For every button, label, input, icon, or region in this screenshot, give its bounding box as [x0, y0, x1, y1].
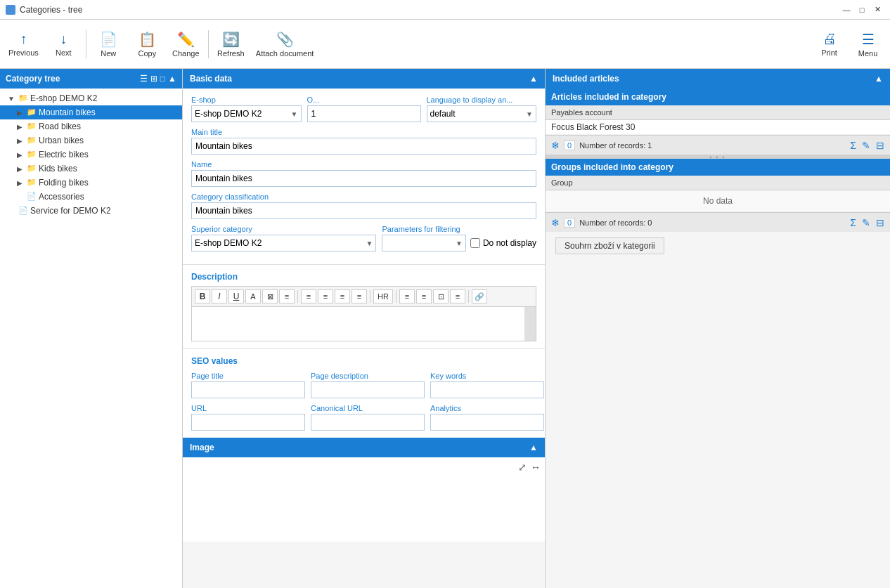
tree-expander-electric[interactable]: ▶ — [14, 149, 25, 160]
eshop-select[interactable]: E-shop DEMO K2 ▼ — [191, 105, 302, 122]
desc-special1-btn[interactable]: ⊠ — [262, 289, 278, 303]
articles-edit-icon[interactable]: ✎ — [862, 140, 870, 151]
panel-grid-icon[interactable]: ⊞ — [150, 74, 157, 84]
groups-table: Group No data — [546, 176, 890, 212]
articles-sum-icon[interactable]: Σ — [850, 140, 856, 151]
desc-table-btn[interactable]: ⊡ — [433, 289, 449, 303]
next-button[interactable]: ↓ Next — [44, 23, 83, 65]
groups-footer-left: ❄ 0 Number of records: 0 — [551, 217, 652, 228]
tree-label-electric: Electric bikes — [39, 150, 89, 159]
basic-data-close-icon[interactable]: ▲ — [529, 74, 538, 84]
desc-color-btn[interactable]: A — [245, 289, 261, 303]
articles-more-icon[interactable]: ⊟ — [876, 140, 884, 151]
category-class-input[interactable] — [191, 202, 536, 219]
language-select[interactable]: default ▼ — [427, 105, 537, 122]
do-not-display-row: Do not display — [470, 238, 536, 248]
tree-item-electric-bikes[interactable]: ▶ 📁 Electric bikes — [0, 148, 182, 162]
copy-label: Copy — [138, 49, 156, 58]
panel-collapse-icon[interactable]: ▲ — [168, 74, 176, 84]
tree-item-folding-bikes[interactable]: ▶ 📁 Folding bikes — [0, 176, 182, 190]
do-not-display-checkbox[interactable] — [470, 238, 480, 248]
desc-justify-btn[interactable]: ≡ — [352, 289, 367, 303]
name-input[interactable] — [191, 170, 536, 187]
tree-expander-mountain[interactable]: ▶ — [14, 107, 25, 118]
maximize-button[interactable]: □ — [855, 3, 869, 17]
groups-edit-icon[interactable]: ✎ — [862, 217, 870, 228]
page-desc-input[interactable] — [311, 381, 425, 398]
desc-hr-btn[interactable]: HR — [373, 289, 393, 303]
desc-indent2-btn[interactable]: ≡ — [450, 289, 465, 303]
image-expand-icon[interactable]: ⤢ — [518, 462, 527, 473]
image-section: Image ▲ ⤢ ↔ — [183, 438, 545, 542]
close-button[interactable]: ✕ — [870, 3, 884, 17]
groups-snowflake-icon[interactable]: ❄ — [551, 217, 560, 228]
description-area[interactable] — [191, 306, 536, 341]
menu-button[interactable]: ☰ Menu — [849, 23, 887, 65]
groups-records-text: Number of records: 0 — [579, 218, 652, 227]
desc-align-right-btn[interactable]: ≡ — [335, 289, 350, 303]
panel-window-icon[interactable]: □ — [160, 74, 165, 84]
tree-item-accessories[interactable]: 📄 Accessories — [0, 190, 182, 204]
desc-italic-btn[interactable]: I — [212, 289, 227, 303]
eshop-arrow-icon: ▼ — [291, 110, 298, 118]
page-title-label: Page title — [191, 372, 305, 380]
table-row[interactable]: Focus Black Forest 30 — [546, 120, 890, 135]
image-resize-icon[interactable]: ↔ — [531, 462, 541, 473]
change-button[interactable]: ✏️ Change — [167, 23, 205, 65]
main-title-input[interactable] — [191, 138, 536, 155]
previous-button[interactable]: ↑ Previous — [3, 23, 44, 65]
tree-item-eshop-root[interactable]: ▼ 📁 E-shop DEMO K2 — [0, 91, 182, 105]
desc-bold-btn[interactable]: B — [195, 289, 210, 303]
previous-icon: ↑ — [20, 31, 27, 47]
groups-sum-icon[interactable]: Σ — [850, 217, 856, 228]
tree-item-kids-bikes[interactable]: ▶ 📁 Kids bikes — [0, 162, 182, 176]
tree-item-road-bikes[interactable]: ▶ 📁 Road bikes — [0, 119, 182, 133]
articles-snowflake-icon[interactable]: ❄ — [551, 140, 560, 151]
url-input[interactable] — [191, 414, 305, 431]
page-title-input[interactable] — [191, 381, 305, 398]
next-icon: ↓ — [60, 31, 67, 47]
analytics-input[interactable] — [430, 414, 544, 431]
seo-title: SEO values — [191, 356, 536, 366]
included-articles-collapse-icon[interactable]: ▲ — [875, 74, 883, 84]
desc-indent1-btn[interactable]: ≡ — [279, 289, 295, 303]
print-button[interactable]: 🖨 Print — [810, 23, 849, 65]
tree-expander-road[interactable]: ▶ — [14, 121, 25, 132]
tree-label-kids: Kids bikes — [39, 164, 77, 174]
attach-button[interactable]: 📎 Attach document — [250, 23, 320, 65]
new-button[interactable]: 📄 New — [89, 23, 128, 65]
desc-underline-btn[interactable]: U — [228, 289, 244, 303]
panel-menu-icon[interactable]: ☰ — [140, 74, 148, 84]
keywords-input[interactable] — [430, 381, 544, 398]
image-collapse-icon[interactable]: ▲ — [529, 443, 538, 452]
params-select[interactable]: ▼ — [382, 235, 466, 251]
tree-label-eshop: E-shop DEMO K2 — [30, 93, 97, 103]
tree-expander-kids[interactable]: ▶ — [14, 163, 25, 174]
canonical-input[interactable] — [311, 414, 425, 431]
articles-in-category-header: Articles included in category — [546, 89, 890, 105]
attach-icon: 📎 — [276, 31, 294, 48]
desc-align-center-btn[interactable]: ≡ — [318, 289, 333, 303]
minimize-button[interactable]: — — [839, 3, 853, 17]
basic-data-title: Basic data — [190, 74, 232, 84]
desc-link-btn[interactable]: 🔗 — [472, 289, 487, 303]
desc-align-left-btn[interactable]: ≡ — [301, 289, 316, 303]
groups-more-icon[interactable]: ⊟ — [876, 217, 884, 228]
desc-list1-btn[interactable]: ≡ — [399, 289, 415, 303]
tree-expander-urban[interactable]: ▶ — [14, 135, 25, 146]
order-input[interactable] — [307, 105, 421, 122]
tree-item-service[interactable]: 📄 Service for DEMO K2 — [0, 204, 182, 218]
superior-select[interactable]: E-shop DEMO K2 ▼ — [191, 235, 376, 251]
copy-button[interactable]: 📋 Copy — [128, 23, 167, 65]
basic-data-header: Basic data ▲ — [183, 69, 545, 89]
description-scrollbar[interactable] — [524, 307, 536, 341]
tree-item-mountain-bikes[interactable]: ▶ 📁 Mountain bikes — [0, 105, 182, 119]
desc-list2-btn[interactable]: ≡ — [416, 289, 432, 303]
tree-expander-eshop[interactable]: ▼ — [6, 93, 17, 104]
title-bar-controls[interactable]: — □ ✕ — [839, 3, 884, 17]
form-group-canonical: Canonical URL — [311, 404, 425, 431]
tree-expander-folding[interactable]: ▶ — [14, 177, 25, 188]
tree-item-urban-bikes[interactable]: ▶ 📁 Urban bikes — [0, 133, 182, 148]
summary-button[interactable]: Souhrn zboží v kategorii — [555, 237, 664, 254]
refresh-button[interactable]: 🔄 Refresh — [212, 23, 250, 65]
